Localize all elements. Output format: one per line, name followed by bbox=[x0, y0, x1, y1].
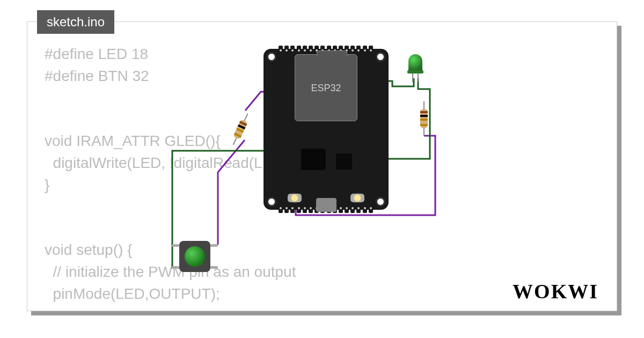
esp32-board[interactable]: ESP32 bbox=[264, 49, 389, 210]
esp32-shield: ESP32 bbox=[295, 54, 357, 121]
boot-button[interactable] bbox=[350, 194, 364, 202]
push-button[interactable] bbox=[175, 237, 215, 276]
board-label: ESP32 bbox=[311, 83, 341, 94]
led-green[interactable] bbox=[408, 54, 422, 80]
file-tab[interactable]: sketch.ino bbox=[37, 10, 114, 34]
reset-button[interactable] bbox=[288, 194, 302, 202]
circuit-canvas[interactable]: ESP32 bbox=[167, 43, 516, 301]
voltage-regulator bbox=[301, 149, 326, 170]
usb-port bbox=[316, 198, 336, 212]
usb-chip bbox=[336, 153, 352, 170]
resistor-2[interactable] bbox=[420, 102, 428, 135]
project-card: sketch.ino #define LED 18 #define BTN 32… bbox=[27, 21, 617, 311]
brand-logo: WOKWI bbox=[513, 280, 598, 303]
